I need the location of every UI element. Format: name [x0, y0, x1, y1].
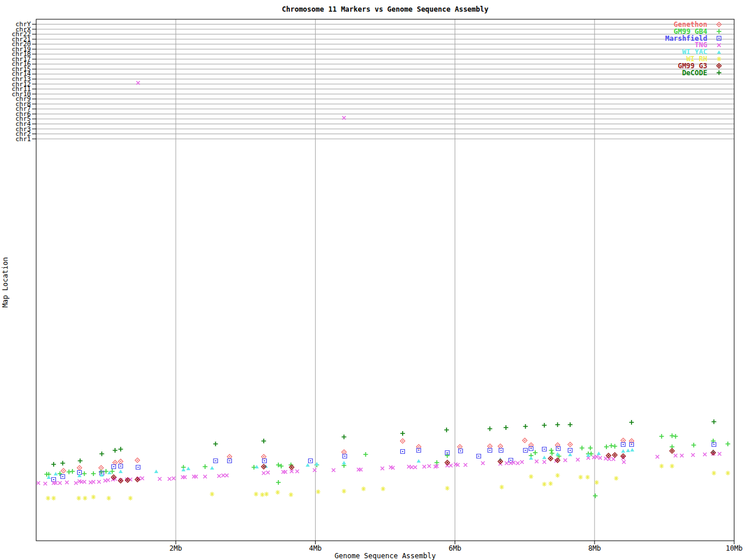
data-point	[568, 453, 572, 456]
data-point	[498, 444, 502, 449]
chromosome-label: chr1	[16, 135, 32, 143]
data-point	[203, 475, 207, 478]
data-point	[598, 456, 602, 460]
data-point	[568, 449, 572, 453]
data-point	[595, 455, 598, 459]
data-point	[533, 450, 537, 455]
data-point	[464, 463, 467, 467]
data-point	[500, 485, 504, 489]
data-point	[67, 470, 71, 474]
data-point	[213, 442, 218, 446]
data-point	[97, 480, 101, 484]
data-point	[210, 492, 214, 496]
data-point	[118, 464, 123, 468]
plot-area: chrYchrXchr22chr21chr20chr19chr18chr17ch…	[0, 0, 747, 560]
data-point	[225, 474, 229, 477]
data-point	[523, 424, 528, 429]
data-point	[77, 466, 82, 470]
data-point	[186, 467, 190, 470]
data-point	[361, 487, 366, 491]
legend-marker-icon	[717, 57, 721, 61]
data-point	[51, 478, 55, 482]
data-point	[183, 475, 187, 479]
data-point	[578, 475, 583, 480]
data-point	[61, 468, 66, 473]
data-point	[82, 471, 87, 476]
data-point	[445, 464, 449, 467]
x-tick-label: 10Mb	[726, 544, 743, 552]
data-point	[261, 454, 266, 459]
data-point	[680, 454, 683, 457]
data-point	[400, 439, 405, 443]
data-point	[78, 459, 82, 463]
legend-marker-icon	[717, 50, 721, 54]
data-point	[46, 496, 50, 501]
data-point	[172, 477, 176, 480]
data-point	[51, 462, 56, 467]
data-point	[593, 494, 598, 498]
data-point	[477, 454, 481, 459]
data-point	[341, 435, 346, 439]
legend-label: DeCODE	[682, 69, 707, 77]
data-point	[135, 458, 139, 463]
data-point	[136, 466, 140, 470]
data-point	[260, 492, 265, 497]
data-point	[65, 481, 69, 484]
data-point	[106, 496, 111, 501]
data-point	[104, 469, 109, 474]
data-point	[37, 481, 40, 485]
data-point	[381, 467, 384, 470]
data-point	[529, 474, 533, 479]
data-point	[194, 475, 198, 478]
data-point	[542, 447, 546, 452]
data-point	[612, 444, 617, 449]
data-point	[203, 464, 207, 469]
data-point	[445, 453, 449, 458]
data-point	[58, 481, 62, 485]
data-point	[313, 468, 316, 472]
data-point	[449, 464, 452, 467]
data-point	[725, 471, 730, 475]
data-point	[555, 422, 560, 427]
data-point	[542, 423, 547, 428]
data-point	[522, 438, 527, 443]
data-point	[118, 447, 123, 452]
data-point	[70, 469, 75, 474]
data-point	[141, 477, 144, 480]
data-point	[444, 428, 449, 432]
data-point	[341, 450, 346, 454]
data-point	[51, 496, 56, 501]
data-point	[128, 496, 132, 501]
data-point	[499, 449, 503, 453]
data-point	[674, 454, 678, 457]
data-point	[535, 460, 539, 463]
data-point	[99, 452, 104, 456]
data-point	[263, 459, 267, 463]
data-point	[118, 459, 123, 464]
data-point	[261, 439, 266, 443]
data-point	[262, 471, 266, 475]
data-point	[670, 464, 675, 468]
data-point	[306, 463, 310, 467]
data-point	[712, 443, 716, 447]
data-point	[622, 460, 626, 464]
data-point	[227, 454, 232, 459]
data-point	[83, 496, 88, 501]
data-point	[58, 471, 62, 476]
data-point	[718, 452, 721, 456]
data-point	[612, 457, 615, 461]
data-point	[91, 495, 96, 499]
data-point	[520, 460, 523, 464]
data-point	[609, 443, 614, 448]
data-point	[254, 465, 259, 468]
data-point	[60, 461, 65, 466]
data-point	[548, 456, 553, 461]
data-point	[222, 474, 225, 477]
data-point	[210, 466, 214, 470]
data-point	[655, 455, 659, 459]
data-point	[580, 446, 584, 450]
data-point	[568, 442, 573, 447]
data-point	[630, 448, 634, 452]
x-tick-label: 2Mb	[169, 544, 182, 552]
data-point	[604, 444, 609, 449]
